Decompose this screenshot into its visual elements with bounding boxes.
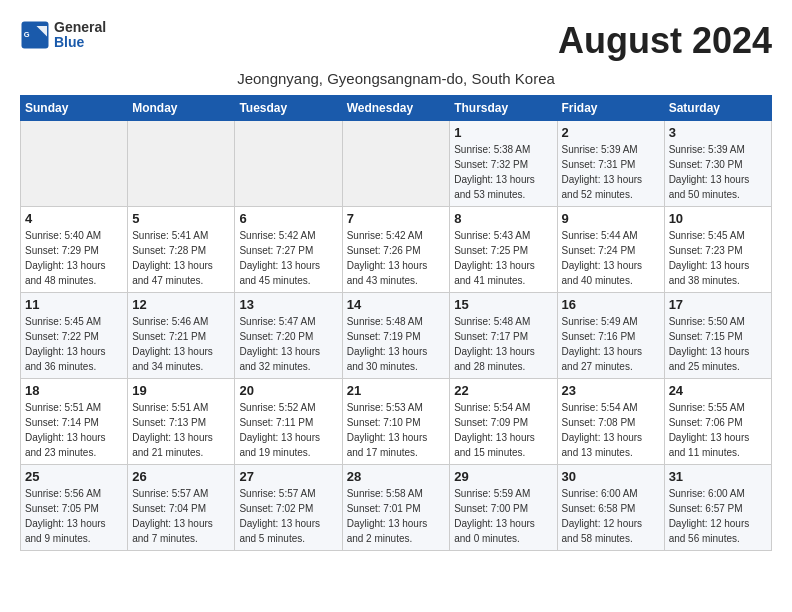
- day-info: Sunrise: 5:44 AM Sunset: 7:24 PM Dayligh…: [562, 228, 660, 288]
- day-number: 11: [25, 297, 123, 312]
- calendar-cell: [235, 121, 342, 207]
- weekday-header-thursday: Thursday: [450, 96, 557, 121]
- calendar-cell: 20Sunrise: 5:52 AM Sunset: 7:11 PM Dayli…: [235, 379, 342, 465]
- weekday-header-sunday: Sunday: [21, 96, 128, 121]
- day-info: Sunrise: 6:00 AM Sunset: 6:58 PM Dayligh…: [562, 486, 660, 546]
- day-number: 4: [25, 211, 123, 226]
- day-number: 3: [669, 125, 767, 140]
- day-info: Sunrise: 5:40 AM Sunset: 7:29 PM Dayligh…: [25, 228, 123, 288]
- weekday-header-wednesday: Wednesday: [342, 96, 450, 121]
- day-info: Sunrise: 5:39 AM Sunset: 7:31 PM Dayligh…: [562, 142, 660, 202]
- calendar-cell: 8Sunrise: 5:43 AM Sunset: 7:25 PM Daylig…: [450, 207, 557, 293]
- day-info: Sunrise: 5:42 AM Sunset: 7:26 PM Dayligh…: [347, 228, 446, 288]
- calendar-cell: 24Sunrise: 5:55 AM Sunset: 7:06 PM Dayli…: [664, 379, 771, 465]
- calendar-cell: 1Sunrise: 5:38 AM Sunset: 7:32 PM Daylig…: [450, 121, 557, 207]
- calendar-cell: 5Sunrise: 5:41 AM Sunset: 7:28 PM Daylig…: [128, 207, 235, 293]
- day-info: Sunrise: 5:45 AM Sunset: 7:22 PM Dayligh…: [25, 314, 123, 374]
- day-number: 15: [454, 297, 552, 312]
- calendar-cell: 26Sunrise: 5:57 AM Sunset: 7:04 PM Dayli…: [128, 465, 235, 551]
- calendar: SundayMondayTuesdayWednesdayThursdayFrid…: [20, 95, 772, 551]
- calendar-week-3: 11Sunrise: 5:45 AM Sunset: 7:22 PM Dayli…: [21, 293, 772, 379]
- day-info: Sunrise: 5:51 AM Sunset: 7:14 PM Dayligh…: [25, 400, 123, 460]
- weekday-header-row: SundayMondayTuesdayWednesdayThursdayFrid…: [21, 96, 772, 121]
- day-number: 28: [347, 469, 446, 484]
- calendar-cell: 4Sunrise: 5:40 AM Sunset: 7:29 PM Daylig…: [21, 207, 128, 293]
- day-number: 1: [454, 125, 552, 140]
- calendar-cell: 27Sunrise: 5:57 AM Sunset: 7:02 PM Dayli…: [235, 465, 342, 551]
- calendar-cell: 17Sunrise: 5:50 AM Sunset: 7:15 PM Dayli…: [664, 293, 771, 379]
- month-title: August 2024: [558, 20, 772, 62]
- day-number: 10: [669, 211, 767, 226]
- logo: G General Blue: [20, 20, 106, 51]
- day-info: Sunrise: 5:41 AM Sunset: 7:28 PM Dayligh…: [132, 228, 230, 288]
- day-number: 2: [562, 125, 660, 140]
- calendar-cell: [21, 121, 128, 207]
- calendar-cell: 13Sunrise: 5:47 AM Sunset: 7:20 PM Dayli…: [235, 293, 342, 379]
- day-info: Sunrise: 5:39 AM Sunset: 7:30 PM Dayligh…: [669, 142, 767, 202]
- calendar-cell: 28Sunrise: 5:58 AM Sunset: 7:01 PM Dayli…: [342, 465, 450, 551]
- calendar-week-4: 18Sunrise: 5:51 AM Sunset: 7:14 PM Dayli…: [21, 379, 772, 465]
- calendar-cell: 30Sunrise: 6:00 AM Sunset: 6:58 PM Dayli…: [557, 465, 664, 551]
- day-info: Sunrise: 5:57 AM Sunset: 7:04 PM Dayligh…: [132, 486, 230, 546]
- calendar-cell: 3Sunrise: 5:39 AM Sunset: 7:30 PM Daylig…: [664, 121, 771, 207]
- location-title: Jeongnyang, Gyeongsangnam-do, South Kore…: [20, 70, 772, 87]
- day-number: 13: [239, 297, 337, 312]
- day-info: Sunrise: 5:51 AM Sunset: 7:13 PM Dayligh…: [132, 400, 230, 460]
- calendar-body: 1Sunrise: 5:38 AM Sunset: 7:32 PM Daylig…: [21, 121, 772, 551]
- day-number: 27: [239, 469, 337, 484]
- calendar-cell: 6Sunrise: 5:42 AM Sunset: 7:27 PM Daylig…: [235, 207, 342, 293]
- calendar-cell: [342, 121, 450, 207]
- calendar-week-5: 25Sunrise: 5:56 AM Sunset: 7:05 PM Dayli…: [21, 465, 772, 551]
- calendar-cell: 25Sunrise: 5:56 AM Sunset: 7:05 PM Dayli…: [21, 465, 128, 551]
- day-number: 19: [132, 383, 230, 398]
- day-number: 6: [239, 211, 337, 226]
- calendar-cell: 29Sunrise: 5:59 AM Sunset: 7:00 PM Dayli…: [450, 465, 557, 551]
- day-info: Sunrise: 5:45 AM Sunset: 7:23 PM Dayligh…: [669, 228, 767, 288]
- day-info: Sunrise: 5:42 AM Sunset: 7:27 PM Dayligh…: [239, 228, 337, 288]
- day-number: 17: [669, 297, 767, 312]
- calendar-cell: 10Sunrise: 5:45 AM Sunset: 7:23 PM Dayli…: [664, 207, 771, 293]
- day-info: Sunrise: 5:58 AM Sunset: 7:01 PM Dayligh…: [347, 486, 446, 546]
- calendar-cell: 18Sunrise: 5:51 AM Sunset: 7:14 PM Dayli…: [21, 379, 128, 465]
- day-info: Sunrise: 5:46 AM Sunset: 7:21 PM Dayligh…: [132, 314, 230, 374]
- calendar-cell: 12Sunrise: 5:46 AM Sunset: 7:21 PM Dayli…: [128, 293, 235, 379]
- day-info: Sunrise: 5:54 AM Sunset: 7:09 PM Dayligh…: [454, 400, 552, 460]
- calendar-cell: 31Sunrise: 6:00 AM Sunset: 6:57 PM Dayli…: [664, 465, 771, 551]
- day-info: Sunrise: 5:47 AM Sunset: 7:20 PM Dayligh…: [239, 314, 337, 374]
- logo-text-general: General: [54, 20, 106, 35]
- day-number: 9: [562, 211, 660, 226]
- day-number: 25: [25, 469, 123, 484]
- day-number: 14: [347, 297, 446, 312]
- day-number: 8: [454, 211, 552, 226]
- calendar-cell: [128, 121, 235, 207]
- day-number: 22: [454, 383, 552, 398]
- weekday-header-friday: Friday: [557, 96, 664, 121]
- calendar-cell: 21Sunrise: 5:53 AM Sunset: 7:10 PM Dayli…: [342, 379, 450, 465]
- day-info: Sunrise: 5:56 AM Sunset: 7:05 PM Dayligh…: [25, 486, 123, 546]
- day-number: 23: [562, 383, 660, 398]
- calendar-cell: 16Sunrise: 5:49 AM Sunset: 7:16 PM Dayli…: [557, 293, 664, 379]
- calendar-cell: 9Sunrise: 5:44 AM Sunset: 7:24 PM Daylig…: [557, 207, 664, 293]
- day-info: Sunrise: 6:00 AM Sunset: 6:57 PM Dayligh…: [669, 486, 767, 546]
- day-number: 5: [132, 211, 230, 226]
- day-info: Sunrise: 5:43 AM Sunset: 7:25 PM Dayligh…: [454, 228, 552, 288]
- day-info: Sunrise: 5:54 AM Sunset: 7:08 PM Dayligh…: [562, 400, 660, 460]
- day-number: 7: [347, 211, 446, 226]
- weekday-header-tuesday: Tuesday: [235, 96, 342, 121]
- calendar-week-2: 4Sunrise: 5:40 AM Sunset: 7:29 PM Daylig…: [21, 207, 772, 293]
- calendar-cell: 11Sunrise: 5:45 AM Sunset: 7:22 PM Dayli…: [21, 293, 128, 379]
- day-number: 24: [669, 383, 767, 398]
- calendar-cell: 15Sunrise: 5:48 AM Sunset: 7:17 PM Dayli…: [450, 293, 557, 379]
- day-number: 26: [132, 469, 230, 484]
- weekday-header-monday: Monday: [128, 96, 235, 121]
- day-number: 29: [454, 469, 552, 484]
- day-number: 30: [562, 469, 660, 484]
- calendar-cell: 7Sunrise: 5:42 AM Sunset: 7:26 PM Daylig…: [342, 207, 450, 293]
- day-info: Sunrise: 5:50 AM Sunset: 7:15 PM Dayligh…: [669, 314, 767, 374]
- day-info: Sunrise: 5:59 AM Sunset: 7:00 PM Dayligh…: [454, 486, 552, 546]
- calendar-cell: 14Sunrise: 5:48 AM Sunset: 7:19 PM Dayli…: [342, 293, 450, 379]
- day-info: Sunrise: 5:49 AM Sunset: 7:16 PM Dayligh…: [562, 314, 660, 374]
- day-info: Sunrise: 5:57 AM Sunset: 7:02 PM Dayligh…: [239, 486, 337, 546]
- calendar-cell: 2Sunrise: 5:39 AM Sunset: 7:31 PM Daylig…: [557, 121, 664, 207]
- weekday-header-saturday: Saturday: [664, 96, 771, 121]
